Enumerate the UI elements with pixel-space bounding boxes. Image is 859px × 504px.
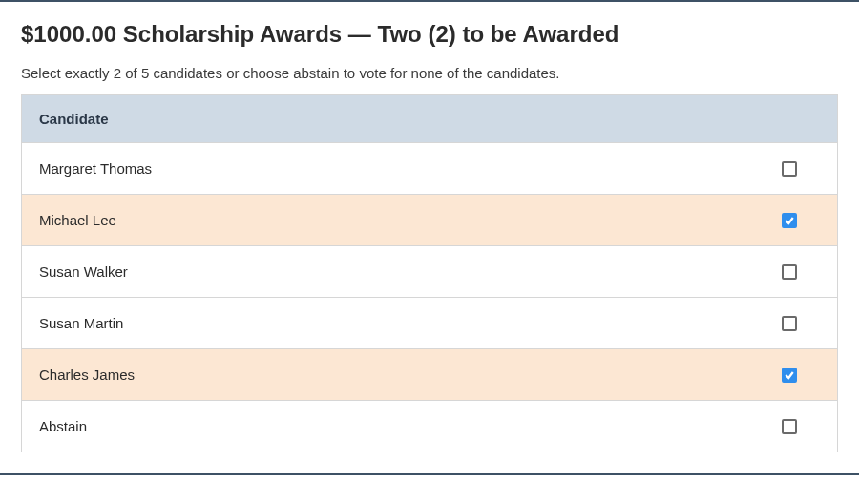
table-row[interactable]: Margaret Thomas [22, 143, 837, 195]
candidate-name: Abstain [39, 418, 87, 434]
table-header-candidate: Candidate [22, 95, 837, 143]
candidate-checkbox[interactable] [782, 419, 797, 434]
table-row[interactable]: Susan Martin [22, 298, 837, 349]
candidate-name: Susan Walker [39, 263, 128, 280]
candidate-name: Susan Martin [39, 315, 123, 331]
checkbox-cell [782, 161, 820, 177]
candidate-checkbox[interactable] [782, 264, 797, 280]
checkbox-cell [782, 368, 820, 383]
table-row[interactable]: Susan Walker [22, 246, 837, 298]
checkbox-cell [782, 419, 820, 434]
candidate-table: Candidate Margaret Thomas Michael Lee [21, 94, 838, 452]
table-row[interactable]: Charles James [22, 349, 837, 401]
ballot-instructions: Select exactly 2 of 5 candidates or choo… [21, 65, 838, 81]
page-title: $1000.00 Scholarship Awards — Two (2) to… [21, 21, 838, 48]
check-icon [784, 369, 795, 381]
candidate-name: Margaret Thomas [39, 160, 152, 177]
table-row[interactable]: Abstain [22, 401, 837, 452]
check-icon [784, 215, 795, 226]
checkbox-cell [782, 264, 820, 280]
candidate-checkbox[interactable] [782, 213, 797, 228]
candidate-checkbox[interactable] [782, 161, 797, 177]
checkbox-cell [782, 213, 820, 228]
checkbox-cell [782, 316, 820, 331]
table-row[interactable]: Michael Lee [22, 195, 837, 246]
candidate-name: Michael Lee [39, 212, 116, 228]
candidate-checkbox[interactable] [782, 368, 797, 383]
ballot-container: $1000.00 Scholarship Awards — Two (2) to… [0, 0, 859, 475]
candidate-name: Charles James [39, 367, 135, 383]
candidate-checkbox[interactable] [782, 316, 797, 331]
